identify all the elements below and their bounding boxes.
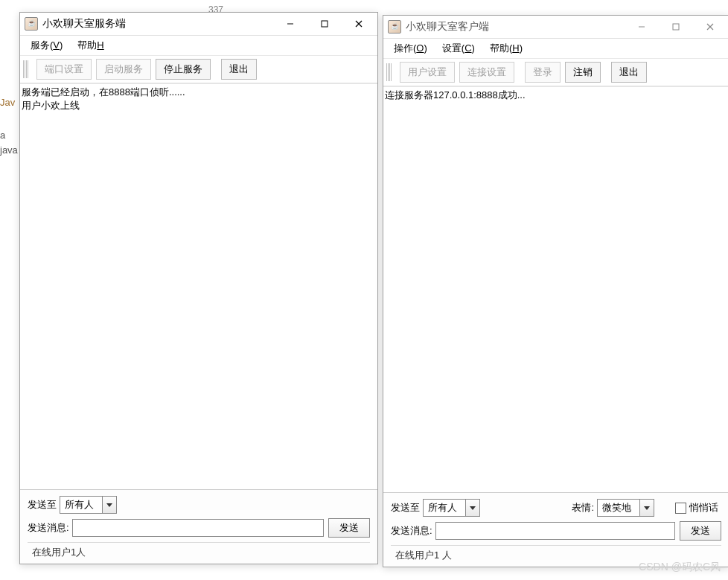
toolbar-grip <box>386 63 392 81</box>
client-titlebar: ☕ 小欢聊天室客户端 <box>383 16 728 39</box>
send-to-combo[interactable]: 所有人 <box>423 499 480 517</box>
client-window: ☕ 小欢聊天室客户端 操作(O) 设置(C) 帮助(H) 用户设置 连接设置 登… <box>383 15 728 567</box>
server-title: 小欢聊天室服务端 <box>42 17 273 31</box>
chevron-down-icon[interactable] <box>465 500 479 516</box>
svg-rect-1 <box>322 21 328 27</box>
bg-java-fragment: Jav <box>0 97 15 108</box>
menu-operation[interactable]: 操作(O) <box>386 39 435 57</box>
chevron-down-icon[interactable] <box>102 497 116 513</box>
start-service-button: 启动服务 <box>96 59 151 80</box>
login-button: 登录 <box>525 62 561 83</box>
maximize-button[interactable] <box>659 16 693 37</box>
message-input[interactable] <box>72 519 324 537</box>
send-button[interactable]: 发送 <box>680 521 721 541</box>
user-config-button: 用户设置 <box>400 62 455 83</box>
bg-a-fragment: a <box>0 130 5 141</box>
minimize-button[interactable] <box>273 13 307 34</box>
send-to-combo[interactable]: 所有人 <box>60 496 117 514</box>
send-to-label: 发送至 <box>391 501 420 514</box>
close-button[interactable] <box>693 16 727 37</box>
svg-rect-5 <box>673 24 679 30</box>
menu-settings[interactable]: 设置(C) <box>435 39 482 57</box>
emoji-value: 微笑地 <box>598 500 639 516</box>
server-status: 在线用户1人 <box>28 542 370 561</box>
send-to-value: 所有人 <box>60 497 102 513</box>
server-bottom-panel: 发送至 所有人 发送消息: 发送 在线用户1人 <box>20 489 377 564</box>
close-button[interactable] <box>342 13 376 34</box>
server-window-controls <box>273 13 376 34</box>
menu-help[interactable]: 帮助(H) <box>482 39 530 57</box>
java-app-icon: ☕ <box>25 17 38 31</box>
stop-service-button[interactable]: 停止服务 <box>156 59 211 80</box>
message-input[interactable] <box>435 522 675 540</box>
exit-button[interactable]: 退出 <box>611 62 647 83</box>
exit-button[interactable]: 退出 <box>221 59 257 80</box>
whisper-checkbox[interactable] <box>675 503 686 514</box>
emoji-label: 表情: <box>572 501 594 514</box>
send-button[interactable]: 发送 <box>328 518 370 538</box>
send-to-label: 发送至 <box>28 498 57 512</box>
emoji-combo[interactable]: 微笑地 <box>597 499 654 517</box>
maximize-button[interactable] <box>307 13 342 34</box>
client-bottom-panel: 发送至 所有人 表情: 微笑地 悄悄话 发送消息: 发送 在线用户1 人 <box>383 492 728 567</box>
send-to-value: 所有人 <box>424 500 465 516</box>
client-toolbar: 用户设置 连接设置 登录 注销 退出 <box>383 59 728 86</box>
bg-java2-fragment: java <box>0 144 18 156</box>
message-label: 发送消息: <box>28 521 69 535</box>
server-toolbar: 端口设置 启动服务 停止服务 退出 <box>20 56 377 83</box>
server-log: 服务端已经启动，在8888端口侦听...... 用户小欢上线 <box>20 83 377 489</box>
chevron-down-icon[interactable] <box>639 500 654 516</box>
menu-service[interactable]: 服务(V) <box>23 36 70 54</box>
port-config-button: 端口设置 <box>36 59 92 80</box>
minimize-button[interactable] <box>625 16 659 37</box>
logout-button[interactable]: 注销 <box>565 62 601 83</box>
client-title: 小欢聊天室客户端 <box>406 20 625 34</box>
watermark: CSDN @码农C风 <box>639 561 721 574</box>
server-window: ☕ 小欢聊天室服务端 服务(V) 帮助H 端口设置 启动服务 停止服务 退出 服… <box>19 12 378 564</box>
whisper-label: 悄悄话 <box>689 501 718 514</box>
server-menubar: 服务(V) 帮助H <box>20 36 377 56</box>
client-menubar: 操作(O) 设置(C) 帮助(H) <box>383 39 728 59</box>
conn-config-button: 连接设置 <box>459 62 514 83</box>
menu-help[interactable]: 帮助H <box>70 36 111 54</box>
client-window-controls <box>625 16 727 37</box>
toolbar-grip <box>23 60 29 78</box>
server-titlebar: ☕ 小欢聊天室服务端 <box>20 13 377 36</box>
java-app-icon: ☕ <box>388 20 401 34</box>
message-label: 发送消息: <box>391 524 432 538</box>
client-log: 连接服务器127.0.0.1:8888成功... <box>383 86 728 492</box>
